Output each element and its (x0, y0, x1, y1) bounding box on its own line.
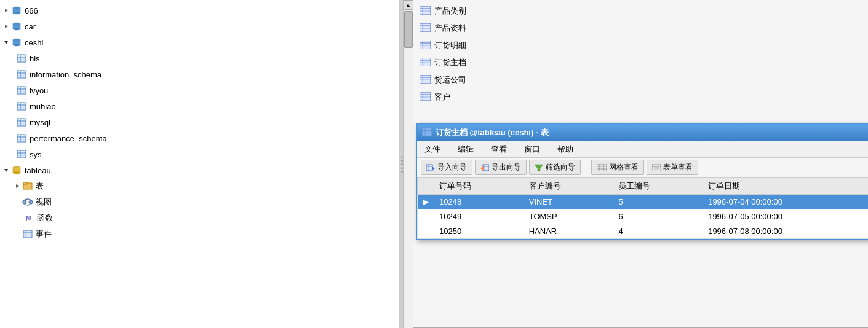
svg-marker-10 (4, 41, 8, 44)
tree-item-car[interactable]: car (0, 18, 399, 34)
tree-item-666[interactable]: 666 (0, 2, 399, 18)
tree-label-mubiao: mubiao (30, 102, 56, 111)
expand-arrow-ceshi[interactable] (2, 39, 10, 46)
col-order-date[interactable]: 订单日期 (703, 178, 868, 195)
dialog-toolbar: 导入向导 导出向导 筛选向导 (417, 158, 868, 178)
col-order-number[interactable]: 订单号码 (434, 178, 524, 195)
cell-order-1: 10249 (434, 209, 524, 224)
menu-view[interactable]: 查看 (488, 143, 509, 156)
tree-panel: 666 car (0, 0, 400, 328)
cell-order-2: 10250 (434, 224, 524, 239)
tree-label-biao: 表 (36, 181, 44, 192)
svg-rect-82 (422, 128, 432, 136)
import-wizard-button[interactable]: 导入向导 (421, 160, 472, 175)
table-icon-product-category (420, 6, 431, 16)
tree-item-shijian[interactable]: 事件 (0, 226, 399, 242)
menu-file[interactable]: 文件 (422, 143, 443, 156)
svg-rect-15 (17, 55, 26, 62)
db-icon-car (11, 21, 22, 32)
cell-date-2: 1996-07-08 00:00:00 (703, 224, 868, 239)
svg-marker-5 (5, 25, 8, 28)
list-item-product-info[interactable]: 产品资料 (413, 20, 868, 37)
tree-item-biao[interactable]: 表 (0, 178, 399, 194)
tree-item-lvyou[interactable]: lvyou (0, 82, 399, 98)
menu-edit[interactable]: 编辑 (455, 143, 476, 156)
svg-rect-55 (23, 230, 32, 238)
tree-label-car: car (25, 22, 36, 31)
list-item-product-category[interactable]: 产品类别 (413, 2, 868, 20)
table-row-1[interactable]: 10249 TOMSP 6 1996-07-05 00:00:00 (418, 209, 869, 224)
import-icon (426, 164, 435, 171)
cell-date-1: 1996-07-05 00:00:00 (703, 209, 868, 224)
tree-label-shijian: 事件 (36, 228, 52, 240)
tree-item-ceshi[interactable]: ceshi (0, 34, 399, 50)
menu-help[interactable]: 帮助 (555, 143, 576, 156)
folder-icon-biao (22, 181, 33, 192)
table-icon-shipping (420, 75, 431, 85)
cell-order-0: 10248 (434, 195, 524, 209)
form-view-label: 表单查看 (663, 162, 693, 173)
view-icon-shitu (22, 197, 33, 208)
tree-item-tableau[interactable]: tableau (0, 162, 399, 178)
table-header-row: 订单号码 客户编号 员工编号 订单日期 (418, 178, 869, 195)
tree-item-shitu[interactable]: 视图 (0, 194, 399, 210)
scroll-thumb[interactable] (404, 11, 413, 48)
splitter-dot-4 (401, 167, 403, 169)
tree-item-hanshu[interactable]: f0 函数 (0, 210, 399, 226)
form-view-button[interactable]: 表单查看 (647, 160, 698, 175)
table-icon-information-schema (16, 69, 27, 80)
scroll-up-arrow[interactable]: ▲ (404, 0, 413, 10)
expand-arrow-biao[interactable] (14, 182, 21, 190)
dialog-menubar: 文件 编辑 查看 窗口 帮助 (417, 141, 868, 158)
svg-rect-35 (17, 135, 26, 142)
export-wizard-label: 导出向导 (492, 162, 521, 173)
svg-marker-0 (5, 9, 8, 12)
expand-arrow-666[interactable] (2, 7, 10, 14)
table-icon-mysql (16, 117, 27, 128)
table-icon-customer (420, 92, 431, 102)
right-panel: ▲ 产品类别 (404, 0, 868, 328)
tree-item-information-schema[interactable]: information_schema (0, 66, 399, 82)
svg-marker-92 (480, 166, 484, 170)
table-icon-order-main (420, 58, 431, 68)
tree-label-666: 666 (25, 6, 38, 15)
list-item-shipping[interactable]: 货运公司 (413, 71, 868, 88)
svg-point-46 (13, 171, 20, 174)
data-table-container[interactable]: 订单号码 客户编号 员工编号 订单日期 ▶ 10248 VINET 5 1996… (417, 178, 868, 239)
tree-item-performance-schema[interactable]: performance_schema (0, 130, 399, 146)
list-item-customer[interactable]: 客户 (413, 88, 868, 106)
svg-rect-39 (17, 150, 26, 158)
tree-item-mubiao[interactable]: mubiao (0, 98, 399, 114)
dialog-titlebar[interactable]: 订货主档 @tableau (ceshi) - 表 (417, 124, 868, 141)
menu-window[interactable]: 窗口 (522, 143, 543, 156)
dialog-title-icon (422, 128, 432, 138)
col-employee-id[interactable]: 员工编号 (613, 178, 703, 195)
svg-rect-66 (420, 41, 431, 49)
tree-label-information-schema: information_schema (30, 70, 102, 79)
tree-item-mysql[interactable]: mysql (0, 114, 399, 130)
splitter-dot-2 (401, 160, 403, 162)
svg-rect-62 (420, 23, 431, 32)
expand-arrow-car[interactable] (2, 23, 10, 30)
export-wizard-button[interactable]: 导出向导 (475, 160, 527, 175)
splitter-dot-3 (401, 163, 403, 165)
row-indicator-1 (418, 209, 434, 224)
list-label-3: 订货主档 (434, 57, 466, 68)
list-item-order-detail[interactable]: 订货明细 (413, 37, 868, 54)
grid-view-button[interactable]: 网格查看 (591, 160, 644, 175)
filter-wizard-button[interactable]: 筛选向导 (529, 160, 581, 175)
tree-item-sys[interactable]: sys (0, 146, 399, 162)
table-row-0[interactable]: ▶ 10248 VINET 5 1996-07-04 00:00:00 (418, 195, 869, 209)
db-icon-tableau (11, 165, 22, 176)
col-customer-id[interactable]: 客户编号 (524, 178, 613, 195)
table-row-2[interactable]: 10250 HANAR 4 1996-07-08 00:00:00 (418, 224, 869, 239)
list-item-order-main[interactable]: 订货主档 (413, 54, 868, 71)
tree-container[interactable]: 666 car (0, 0, 399, 328)
dialog-title: 订货主档 @tableau (ceshi) - 表 (436, 127, 549, 138)
cell-date-0: 1996-07-04 00:00:00 (703, 195, 868, 209)
tree-item-his[interactable]: his (0, 50, 399, 66)
event-icon-shijian (22, 228, 33, 240)
export-icon (480, 164, 489, 171)
expand-arrow-tableau[interactable] (2, 166, 10, 174)
right-scrollbar[interactable]: ▲ (404, 0, 413, 328)
